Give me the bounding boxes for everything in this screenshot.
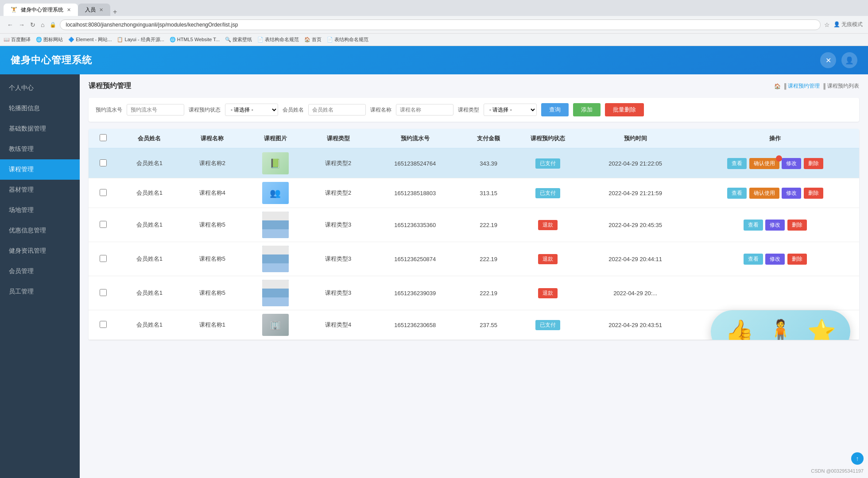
main-content: 课程预约管理 🏠 ▐ 课程预约管理 ▐ 课程预约列表 预约流水号 课程预约状态 …: [80, 74, 868, 478]
tab-close-btn[interactable]: ✕: [67, 7, 71, 13]
sidebar-item-member[interactable]: 会员管理: [0, 261, 80, 281]
modify-btn-2[interactable]: 修改: [782, 188, 801, 199]
bookmark-db-naming2[interactable]: 📄 表结构命名规范: [327, 36, 368, 43]
view-btn-2[interactable]: 查看: [727, 188, 747, 199]
back-button[interactable]: ←: [5, 19, 15, 30]
td-type-1: 课程类型2: [307, 148, 370, 178]
breadcrumb-course-mgmt[interactable]: 课程预约管理: [788, 82, 820, 90]
delete-btn-4[interactable]: 删除: [787, 254, 807, 265]
checkbox-row-2[interactable]: [100, 189, 107, 196]
td-order-2: 1651238518803: [370, 178, 461, 208]
scroll-to-top-button[interactable]: ↑: [851, 452, 864, 465]
modify-btn-4[interactable]: 修改: [765, 254, 785, 265]
view-btn-3[interactable]: 查看: [744, 220, 763, 231]
input-order-no[interactable]: [127, 104, 184, 116]
sidebar-item-coach[interactable]: 教练管理: [0, 139, 80, 159]
delete-btn-1[interactable]: 删除: [804, 158, 823, 169]
tab-close-btn-2[interactable]: ✕: [99, 7, 103, 13]
td-time-3: 2022-04-29 20:45:35: [579, 208, 691, 242]
td-course-5: 课程名称5: [181, 276, 244, 310]
input-member-name[interactable]: [308, 104, 366, 116]
td-time-6: 2022-04-29 20:43:51: [579, 310, 691, 340]
forward-button[interactable]: →: [17, 19, 27, 30]
checkbox-row-6[interactable]: [100, 321, 107, 328]
td-type-6: 课程类型4: [307, 310, 370, 340]
select-status[interactable]: - 请选择 - 已支付 退款: [225, 104, 278, 116]
bookmark-db-naming[interactable]: 📄 表结构命名规范: [257, 36, 299, 43]
td-type-5: 课程类型3: [307, 276, 370, 310]
td-member-3: 会员姓名1: [118, 208, 181, 242]
bookmark-layui[interactable]: 📋 Layui - 经典开源...: [117, 36, 164, 43]
view-btn-4[interactable]: 查看: [744, 254, 763, 265]
confirm-use-btn-2[interactable]: 确认使用: [749, 188, 779, 199]
reaction-widget[interactable]: 👍 🧍 ⭐: [711, 310, 850, 340]
add-button[interactable]: 添加: [573, 103, 601, 116]
sidebar-item-staff[interactable]: 员工管理: [0, 281, 80, 302]
thumbs-up-icon[interactable]: 👍: [725, 318, 754, 340]
bookmark-element[interactable]: 🔷 Element - 网站...: [68, 36, 112, 43]
tab-inactive[interactable]: 入员 ✕: [78, 4, 110, 16]
tab-label-active: 健身中心管理系统: [21, 6, 63, 14]
sidebar-item-venue[interactable]: 场地管理: [0, 200, 80, 220]
new-tab-button[interactable]: +: [110, 8, 120, 16]
table-row: 会员姓名1 课程名称4 👥 课程类型2 1651238518803 313.15…: [89, 178, 859, 208]
checkbox-row-3[interactable]: [100, 221, 107, 228]
page-title: 课程预约管理: [89, 81, 131, 91]
breadcrumb-home-icon: 🏠: [774, 83, 781, 89]
user-icon-btn[interactable]: 👤: [841, 52, 857, 68]
checkbox-row-5[interactable]: [100, 289, 107, 296]
td-order-3: 1651236335360: [370, 208, 461, 242]
sidebar-item-equipment[interactable]: 器材管理: [0, 180, 80, 200]
select-course-type[interactable]: - 请选择 - 课程类型1 课程类型2 课程类型3 课程类型4: [484, 104, 537, 116]
modify-btn-3[interactable]: 修改: [765, 220, 785, 231]
status-badge-3: 退款: [538, 220, 558, 230]
bookmark-icon[interactable]: ☆: [824, 21, 830, 28]
sidebar-item-health-info[interactable]: 健身资讯管理: [0, 241, 80, 261]
refresh-button[interactable]: ↻: [28, 19, 37, 30]
tab-active[interactable]: 🏋 健身中心管理系统 ✕: [4, 4, 78, 16]
person-icon[interactable]: 🧍: [766, 318, 795, 340]
td-member-1: 会员姓名1: [118, 148, 181, 178]
td-amount-3: 222.19: [461, 208, 516, 242]
sidebar-item-discount[interactable]: 优惠信息管理: [0, 220, 80, 241]
confirm-use-btn-1[interactable]: 确认使用: [749, 158, 779, 169]
checkbox-select-all[interactable]: [100, 134, 107, 141]
status-badge-6: 已支付: [535, 320, 560, 330]
query-button[interactable]: 查询: [541, 103, 569, 116]
sidebar-item-banner[interactable]: 轮播图信息: [0, 98, 80, 119]
modify-btn-1[interactable]: 修改: [782, 158, 801, 169]
bookmark-baidu[interactable]: 📖 百度翻译: [4, 36, 31, 43]
td-amount-4: 222.19: [461, 242, 516, 276]
delete-btn-2[interactable]: 删除: [804, 188, 823, 199]
table-row: 会员姓名1 课程名称5 课程类型3 1651236239039 222.19: [89, 276, 859, 310]
home-nav-button[interactable]: ⌂: [39, 19, 46, 30]
course-img-6: 🏢: [262, 314, 289, 336]
star-icon[interactable]: ⭐: [807, 318, 836, 340]
sidebar-item-course[interactable]: 课程管理: [0, 159, 80, 180]
close-icon-btn[interactable]: ✕: [820, 52, 836, 68]
view-btn-1[interactable]: 查看: [727, 158, 747, 169]
td-status-4: 退款: [516, 242, 579, 276]
account-icon[interactable]: 👤 无痕模式: [833, 21, 863, 28]
bookmark-home[interactable]: 🏠 首页: [304, 36, 322, 43]
sidebar-item-basic-data[interactable]: 基础数据管理: [0, 119, 80, 139]
td-img-6: 🏢: [244, 310, 307, 340]
input-course-name[interactable]: [396, 104, 453, 116]
checkbox-row-4[interactable]: [100, 255, 107, 262]
batch-delete-button[interactable]: 批量删除: [605, 103, 644, 116]
checkbox-row-1[interactable]: [100, 159, 107, 166]
breadcrumb: 🏠 ▐ 课程预约管理 ▐ 课程预约列表: [774, 82, 859, 90]
delete-btn-3[interactable]: 删除: [787, 220, 807, 231]
breadcrumb-bar: 课程预约管理 🏠 ▐ 课程预约管理 ▐ 课程预约列表: [89, 81, 859, 91]
td-amount-6: 237.55: [461, 310, 516, 340]
th-action: 操作: [691, 129, 859, 148]
address-input[interactable]: [60, 19, 820, 30]
bookmark-wallpaper[interactable]: 🔍 搜索壁纸: [225, 36, 252, 43]
bookmark-icons[interactable]: 🌐 图标网站: [36, 36, 63, 43]
bookmark-html5[interactable]: 🌐 HTML5 Website T...: [170, 37, 220, 42]
course-img-4: [262, 246, 289, 272]
sidebar-item-personal[interactable]: 个人中心: [0, 78, 80, 98]
td-type-3: 课程类型3: [307, 208, 370, 242]
th-type: 课程类型: [307, 129, 370, 148]
td-time-4: 2022-04-29 20:44:11: [579, 242, 691, 276]
